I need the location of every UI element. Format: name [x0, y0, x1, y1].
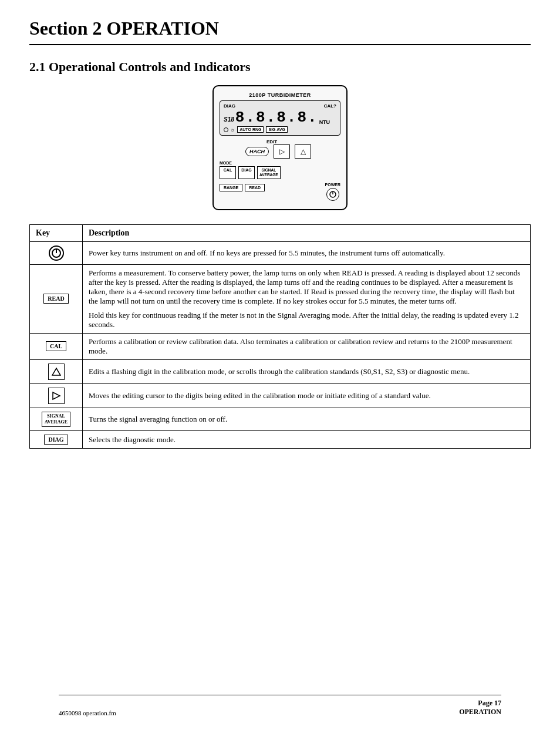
- display-digits: 8.8.8.8.: [235, 110, 318, 125]
- description-text: Edits a flashing digit in the calibratio…: [89, 367, 524, 376]
- device-diagram: 2100P TURBIDIMETER DIAG CAL? S18 8.8.8.8…: [29, 85, 531, 210]
- key-cell: DIAG: [30, 431, 83, 449]
- subsection-title: 2.1 Operational Controls and Indicators: [29, 59, 531, 75]
- footer-section: OPERATION: [459, 708, 501, 716]
- description-cell: Selects the diagnostic mode.: [83, 431, 531, 449]
- key-cell: [30, 241, 83, 264]
- cal-label: CAL?: [324, 103, 336, 109]
- footer-file: 4650098 operation.fm: [59, 709, 116, 716]
- description-text: Turns the signal averaging function on o…: [89, 415, 524, 424]
- sid-label: S18: [224, 116, 234, 123]
- device: 2100P TURBIDIMETER DIAG CAL? S18 8.8.8.8…: [212, 85, 348, 210]
- indicator-light-icon: [224, 127, 228, 132]
- description-cell: Turns the signal averaging function on o…: [83, 408, 531, 431]
- description-cell: Performs a measurement. To conserve batt…: [83, 264, 531, 333]
- signal-average-key-icon: SIGNALAVERAGE: [42, 412, 70, 428]
- footer: 4650098 operation.fm Page 17 OPERATION: [59, 695, 501, 716]
- sig-avg-indicator: SIG AVG: [266, 126, 287, 133]
- description-text: Selects the diagnostic mode.: [89, 435, 524, 445]
- description-text: Performs a calibration or review calibra…: [89, 337, 524, 356]
- auto-rng-indicator: AUTO RNG: [237, 126, 264, 133]
- footer-right: Page 17 OPERATION: [459, 699, 501, 716]
- bulb-icon: ☼: [230, 127, 235, 133]
- key-cell: SIGNALAVERAGE: [30, 408, 83, 431]
- keys-table: Key Description Power key turns instrume…: [29, 224, 531, 449]
- col-key-header: Key: [30, 224, 83, 241]
- svg-marker-5: [53, 392, 60, 399]
- col-desc-header: Description: [83, 224, 531, 241]
- key-cell: [30, 383, 83, 408]
- key-cell: READ: [30, 264, 83, 333]
- description-cell: Edits a flashing digit in the calibratio…: [83, 359, 531, 383]
- read-key-icon: READ: [43, 294, 68, 304]
- table-row: READPerforms a measurement. To conserve …: [30, 264, 531, 333]
- signal-average-mode-btn[interactable]: SIGNAL AVERAGE: [257, 166, 281, 179]
- table-row: CALPerforms a calibration or review cali…: [30, 333, 531, 359]
- power-btn[interactable]: [326, 188, 339, 201]
- triangle-up-key-icon: [48, 364, 65, 380]
- device-title: 2100P TURBIDIMETER: [220, 92, 340, 98]
- power-key-icon: [49, 245, 64, 261]
- hach-logo: HACH: [245, 147, 269, 156]
- diag-key-icon: DIAG: [44, 435, 68, 445]
- triangle-right-key-icon: [48, 388, 65, 404]
- key-cell: CAL: [30, 333, 83, 359]
- diag-label: DIAG: [224, 103, 235, 109]
- description-cell: Performs a calibration or review calibra…: [83, 333, 531, 359]
- description-text: Power key turns instrument on and off. I…: [89, 248, 524, 258]
- power-label: POWER: [325, 183, 340, 187]
- description-text: Hold this key for continuous reading if …: [89, 311, 524, 329]
- diag-mode-btn[interactable]: DIAG: [238, 166, 255, 179]
- footer-page: Page 17: [459, 699, 501, 708]
- device-display: DIAG CAL? S18 8.8.8.8. NTU ☼ AUTO RNG SI…: [220, 100, 340, 136]
- svg-marker-4: [52, 368, 60, 375]
- read-btn[interactable]: READ: [245, 184, 265, 191]
- table-row: Edits a flashing digit in the calibratio…: [30, 359, 531, 383]
- table-row: Moves the editing cursor to the digits b…: [30, 383, 531, 408]
- table-row: SIGNALAVERAGETurns the signal averaging …: [30, 408, 531, 431]
- cal-mode-btn[interactable]: CAL: [220, 166, 236, 179]
- edit-label: EDIT: [266, 139, 277, 144]
- mode-label: MODE: [220, 161, 340, 165]
- description-cell: Power key turns instrument on and off. I…: [83, 241, 531, 264]
- description-cell: Moves the editing cursor to the digits b…: [83, 383, 531, 408]
- description-text: Moves the editing cursor to the digits b…: [89, 391, 524, 401]
- table-row: Power key turns instrument on and off. I…: [30, 241, 531, 264]
- range-btn[interactable]: RANGE: [220, 184, 242, 191]
- key-cell: [30, 359, 83, 383]
- cal-key-icon: CAL: [46, 341, 66, 351]
- description-text: Performs a measurement. To conserve batt…: [89, 268, 524, 306]
- ntu-label: NTU: [319, 119, 330, 125]
- edit-right-btn[interactable]: ▷: [274, 144, 290, 159]
- table-row: DIAGSelects the diagnostic mode.: [30, 431, 531, 449]
- edit-up-btn[interactable]: △: [295, 144, 311, 159]
- section-title: Section 2 OPERATION: [29, 18, 531, 45]
